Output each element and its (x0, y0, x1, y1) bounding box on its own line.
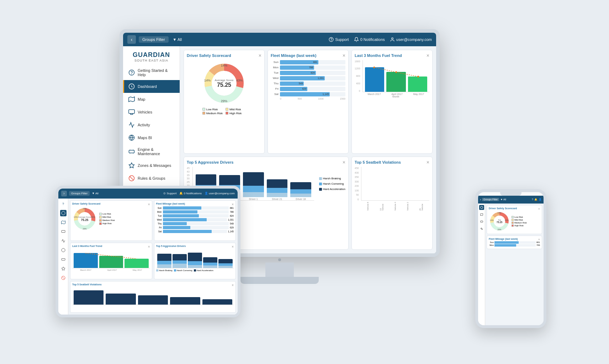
phone-ds-content: Avg 75.25 14% 43% 29% 14% Low Risk Mild (489, 211, 540, 232)
sidebar-activity-label: Activity (138, 123, 150, 127)
groups-filter-button[interactable]: Groups Filter (139, 36, 169, 43)
harsh-cornering-dot (319, 183, 322, 185)
monitor-stand-neck (265, 263, 294, 277)
hbar-fill-tue: 824 (280, 71, 316, 75)
mild-risk-dot (226, 108, 228, 111)
back-button[interactable]: ‹ (127, 35, 136, 44)
tablet-fm-close[interactable]: × (232, 202, 234, 206)
phone-fm-close[interactable]: × (538, 238, 540, 241)
phone-activity-svg (480, 227, 483, 230)
dashboard-icon (128, 83, 135, 90)
tablet-agg-legend: Harsh Braking Harsh Cornering Hard Accel… (156, 269, 234, 271)
tablet-map-icon[interactable] (60, 219, 67, 226)
high-risk-dot (226, 112, 228, 115)
sidebar-zones-label: Zones & Messages (138, 163, 171, 168)
tablet-help-icon[interactable]: ? (60, 201, 67, 207)
sidebar-item-dashboard[interactable]: Dashboard (123, 80, 180, 93)
driver-safety-title: Driver Safety Scorecard (187, 53, 231, 58)
phone-main-content: Driver Safety Scorecard × (485, 204, 544, 325)
tablet-notifications[interactable]: 🔔 0 Notifications (179, 192, 201, 195)
tablet-seat-v2 (170, 297, 200, 305)
svg-point-26 (62, 211, 65, 215)
sidebar-item-vehicles[interactable]: Vehicles (123, 106, 180, 118)
tablet-zones-icon[interactable] (60, 265, 67, 272)
phone-dash-svg (480, 206, 483, 209)
fleet-mileage-header: Fleet Mileage (last week) × (271, 53, 345, 58)
t-hbar-fri: Fri629 (156, 226, 234, 229)
sidebar-item-activity[interactable]: Activity (123, 118, 180, 131)
driver-safety-close[interactable]: × (259, 53, 261, 58)
tablet-ad-close[interactable]: × (232, 245, 234, 249)
tablet-sb-close[interactable]: × (232, 283, 234, 287)
phone-support-icon[interactable]: ? (532, 198, 533, 201)
tablet-fuel-xlabels: March 2017 April 2017 May 2017 (72, 269, 150, 271)
tablet-ad-title: Top 5 Aggressive Drivers (156, 245, 186, 248)
d11-hard-accel (196, 174, 217, 185)
phone-user-icon[interactable]: 👤 (539, 198, 542, 201)
filter-all-label[interactable]: ▼ All (173, 37, 182, 42)
phone-activity-icon[interactable] (479, 226, 484, 231)
aggressive-drivers-header: Top 5 Aggressive Drivers × (187, 160, 345, 165)
phone-back[interactable]: › (480, 198, 481, 201)
phone-notif-icon[interactable]: 🔔 (534, 198, 537, 201)
phone-ds-close[interactable]: × (538, 207, 540, 211)
sidebar-item-help[interactable]: Getting Started & Help (123, 65, 180, 80)
tablet-sb-header: Top 5 Seatbelt Violations × (72, 283, 234, 287)
seatbelt-card: Top 5 Seatbelt Violations × 450400350300… (351, 157, 433, 250)
notifications-button[interactable]: 0 Notifications (354, 37, 385, 42)
tablet-support[interactable]: ⊙ Support (163, 192, 176, 195)
tablet-engine-icon[interactable] (60, 256, 67, 263)
seatbelt-close[interactable]: × (427, 160, 429, 165)
sidebar-item-map[interactable]: Map (123, 93, 180, 106)
phone-dash-icon[interactable] (479, 205, 484, 210)
phone-vehicles-icon[interactable] (479, 219, 484, 224)
phone-groups-filter[interactable]: Groups Filter (482, 198, 499, 201)
tablet-back-btn[interactable]: › (61, 191, 67, 196)
svg-text:14%: 14% (221, 64, 227, 67)
tablet-fuel-bars (72, 249, 150, 268)
sidebar-item-engine[interactable]: Engine & Maintenance (123, 144, 180, 159)
fuel-trend-close[interactable]: × (427, 53, 429, 58)
fleet-mileage-close[interactable]: × (343, 53, 345, 58)
tablet-ds-close[interactable]: × (148, 202, 150, 206)
tablet-mapsbi-icon[interactable] (60, 247, 67, 253)
engine-icon (128, 148, 135, 155)
sidebar-engine-label: Engine & Maintenance (138, 147, 175, 156)
phone-notch (500, 192, 521, 196)
hbar-row-mon: Mon 786 (271, 65, 345, 70)
phone-header-icons: ? 🔔 👤 (532, 198, 542, 201)
tablet-groups-filter[interactable]: Groups Filter (69, 191, 90, 196)
phone-map-icon[interactable] (479, 212, 484, 217)
tablet-ft-close[interactable]: × (148, 245, 150, 249)
svg-text:14%: 14% (498, 211, 502, 213)
tablet-april-label: April 2017 (107, 269, 117, 271)
axis-1000: 1000 (318, 97, 324, 100)
tablet-dashboard-icon[interactable] (60, 210, 67, 216)
svg-text:43%: 43% (91, 216, 95, 218)
tablet-user[interactable]: 👤 user@company.com (205, 192, 235, 195)
fleet-mileage-card: Fleet Mileage (last week) × Sun 881 (268, 50, 349, 154)
sidebar-item-rules[interactable]: Rules & Groups (123, 172, 180, 185)
fleet-mileage-title: Fleet Mileage (last week) (271, 53, 316, 58)
t-hbar-mon: Mon786 (156, 210, 234, 213)
svg-point-4 (132, 74, 132, 74)
legend-high-risk: High Risk (226, 112, 246, 115)
tablet-sb-title: Top 5 Seatbelt Violations (72, 283, 102, 286)
seat-label-v4: Vehicle 4 (394, 201, 396, 211)
bell-icon (354, 37, 359, 42)
tablet-map-svg (61, 220, 65, 225)
support-button[interactable]: Support (329, 37, 349, 42)
user-button[interactable]: user@company.com (390, 37, 432, 42)
aggressive-drivers-close[interactable]: × (343, 160, 345, 165)
low-risk-label: Low Risk (206, 108, 218, 111)
tablet-rules-icon[interactable] (60, 275, 67, 281)
fuel-bar-may (408, 77, 427, 92)
seatbelt-chart-wrapper: 450400350300200100500 (355, 167, 429, 211)
sidebar-item-zones[interactable]: Zones & Messages (123, 159, 180, 172)
svg-line-11 (130, 176, 134, 180)
tablet-vehicles-icon[interactable] (60, 228, 67, 235)
seat-label-v13: Vehicle 13 (380, 201, 384, 211)
sidebar-item-mapsbi[interactable]: Maps BI (123, 131, 180, 144)
svg-marker-9 (129, 163, 134, 168)
tablet-activity-icon[interactable] (60, 238, 67, 244)
